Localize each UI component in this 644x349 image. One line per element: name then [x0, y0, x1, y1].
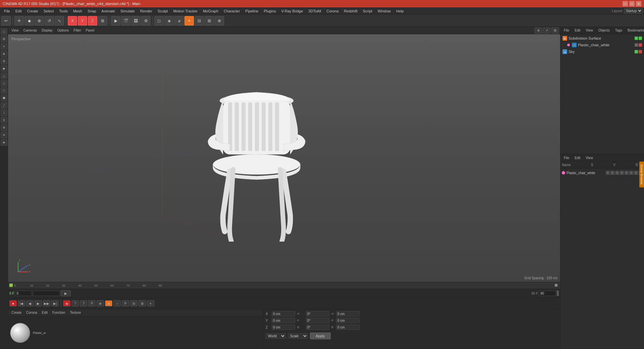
attr-ctrl-4[interactable]: ⊟	[620, 171, 624, 175]
obj-item-subdivision[interactable]: ▣ Subdivision Surface	[561, 35, 643, 42]
z-axis-btn[interactable]: Z	[88, 16, 97, 26]
object-tool[interactable]: ⊕	[35, 16, 44, 26]
menu-tools[interactable]: Tools	[56, 8, 70, 14]
play-btn[interactable]: ▶	[35, 300, 42, 306]
attr-ctrl-7[interactable]: ⊟	[634, 171, 638, 175]
vp-icon-2[interactable]: ↗	[543, 28, 550, 34]
render-active[interactable]: 🖼	[131, 16, 141, 26]
left-tool-3[interactable]: ≡	[1, 43, 7, 50]
vp-menu-view[interactable]: View	[9, 28, 21, 33]
uvw-mode[interactable]: ⊟	[195, 16, 204, 26]
left-tool-2[interactable]: ⊞	[1, 36, 7, 42]
edge-mode[interactable]: ⌀	[174, 16, 184, 26]
record-btn[interactable]: ●	[9, 300, 17, 306]
keyframe-btn6[interactable]: ⊞	[139, 300, 146, 306]
transform-btn[interactable]: ⊞	[98, 16, 107, 26]
current-frame-input[interactable]	[15, 291, 32, 296]
timeline-settings[interactable]: ≡	[147, 300, 154, 306]
x-position-input[interactable]	[272, 311, 295, 316]
menu-edit[interactable]: Edit	[13, 8, 24, 14]
left-tool-6[interactable]: ◆	[1, 65, 7, 72]
menu-snap[interactable]: Snap	[85, 8, 99, 14]
menu-select[interactable]: Select	[41, 8, 57, 14]
playback-mode-2[interactable]: ?	[71, 300, 79, 306]
vp-menu-cameras[interactable]: Cameras	[21, 28, 39, 33]
scale-dropdown[interactable]: Scale	[288, 333, 308, 339]
menu-3dtoall[interactable]: 3DToAll	[306, 8, 324, 14]
apply-button[interactable]: Apply	[310, 333, 331, 339]
material-ball[interactable]	[10, 323, 30, 343]
attr-ctrl-3[interactable]: ⊟	[615, 171, 619, 175]
menu-mograph[interactable]: MoGraph	[200, 8, 221, 14]
playback-mode-1[interactable]: ◉	[63, 300, 70, 306]
attr-ctrl-2[interactable]: ⊟	[610, 171, 614, 175]
snap-enable[interactable]: ⊕	[215, 16, 224, 26]
attr-menu-edit[interactable]: Edit	[573, 156, 582, 160]
rotate-tool[interactable]: ↺	[45, 16, 54, 26]
mat-menu-texture[interactable]: Texture	[68, 310, 83, 315]
vp-icon-1[interactable]: ⊕	[535, 28, 542, 34]
y-position-input[interactable]	[272, 318, 295, 323]
y-axis-btn[interactable]: Y	[78, 16, 87, 26]
menu-character[interactable]: Character	[221, 8, 243, 14]
object-mode[interactable]: ◻	[154, 16, 164, 26]
z-position-input[interactable]	[272, 325, 295, 330]
obj-menu-bookmarks[interactable]: Bookmarks	[626, 28, 644, 33]
attr-ctrl-1[interactable]: ⊟	[606, 171, 610, 175]
layout-select[interactable]: Startup	[624, 8, 643, 13]
size-x-input[interactable]	[336, 311, 360, 316]
vp-menu-filter[interactable]: Filter	[71, 28, 83, 33]
size-y-input[interactable]	[336, 318, 360, 323]
maximize-button[interactable]: □	[629, 1, 635, 6]
left-tool-10[interactable]: ⬢	[1, 95, 7, 101]
world-dropdown[interactable]: World Object	[266, 333, 286, 339]
attr-menu-file[interactable]: File	[562, 156, 571, 160]
menu-mesh[interactable]: Mesh	[70, 8, 85, 14]
move-tool[interactable]: ✛	[14, 16, 24, 26]
render-to-picture[interactable]: 🎬	[121, 16, 130, 26]
attr-menu-view[interactable]: View	[584, 156, 595, 160]
menu-animate[interactable]: Animate	[99, 8, 118, 14]
go-start-btn[interactable]: |◀	[18, 300, 25, 306]
timeline-end-btn[interactable]	[555, 284, 557, 287]
obj-menu-edit[interactable]: Edit	[573, 28, 582, 33]
playback-mode-3[interactable]: ?	[80, 300, 87, 306]
mat-menu-edit[interactable]: Edit	[40, 310, 50, 315]
left-tool-14[interactable]: ⊗	[1, 124, 7, 131]
left-tool-16[interactable]: ◈	[1, 139, 7, 146]
menu-help[interactable]: Help	[393, 8, 407, 14]
render-settings[interactable]: ⚙	[141, 16, 151, 26]
minimize-button[interactable]: ─	[623, 1, 628, 6]
attr-row-chair[interactable]: Plastic_chair_white ⊟ ⊟ ⊟ ⊟ ⊟ ⊟ ⊟ ⊟	[562, 170, 643, 176]
playback-mode-4[interactable]: P	[88, 300, 96, 306]
3d-viewport[interactable]: Perspective X Y Z Grid Spacing : 100 cm	[8, 34, 560, 282]
scale-tool[interactable]: ⤡	[55, 16, 64, 26]
menu-file[interactable]: File	[1, 8, 13, 14]
keyframe-btn4[interactable]: P	[122, 300, 129, 306]
left-tool-7[interactable]: △	[1, 72, 7, 79]
attr-ctrl-6[interactable]: ⊟	[629, 171, 633, 175]
tweak-mode[interactable]: ⊞	[205, 16, 214, 26]
menu-sculpt[interactable]: Sculpt	[155, 8, 171, 14]
left-tool-13[interactable]: $	[1, 117, 7, 123]
left-tool-11[interactable]: ╱	[1, 102, 7, 109]
menu-plugins[interactable]: Plugins	[261, 8, 278, 14]
timeline-scroll[interactable]	[557, 291, 559, 296]
play-forward-btn[interactable]: ▶▶	[43, 300, 50, 306]
obj-menu-objects[interactable]: Objects	[596, 28, 612, 33]
undo-button[interactable]: ↩	[1, 16, 11, 26]
end-frame-input[interactable]	[539, 291, 556, 296]
polygon-mode[interactable]: ◈	[164, 16, 174, 26]
vp-menu-panel[interactable]: Panel	[84, 28, 97, 33]
menu-simulate[interactable]: Simulate	[118, 8, 138, 14]
keyframe-btn1[interactable]: ⊕	[97, 300, 104, 306]
left-tool-4[interactable]: ◈	[1, 50, 7, 57]
mat-menu-corona[interactable]: Corona	[24, 310, 39, 315]
left-tool-9[interactable]: ⬡	[1, 87, 7, 94]
obj-menu-file[interactable]: File	[562, 28, 571, 33]
frame-indicator[interactable]: ▶	[61, 290, 71, 296]
obj-item-sky[interactable]: ☁ Sky	[561, 48, 643, 55]
x-axis-btn[interactable]: X	[68, 16, 77, 26]
left-tool-5[interactable]: ⊕	[1, 58, 7, 64]
x-rotation-input[interactable]	[306, 311, 329, 316]
